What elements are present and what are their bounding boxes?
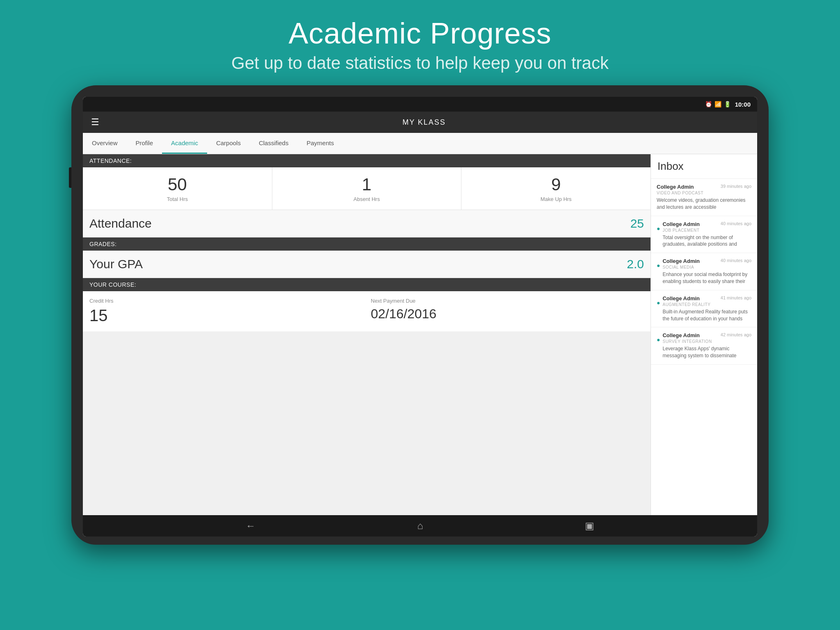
inbox-category-4: SURVEY INTEGRATION	[662, 339, 751, 344]
page-subtitle: Get up to date statistics to help keep y…	[231, 53, 609, 73]
alarm-icon: ⏰	[705, 101, 712, 107]
attendance-score-row: Attendance 25	[83, 210, 651, 237]
app-bar: ☰ MY KLASS	[83, 112, 757, 133]
gpa-value: 2.0	[627, 257, 644, 271]
grades-section-header: GRADES:	[83, 237, 651, 251]
course-grid: Credit Hrs 15 Next Payment Due 02/16/201…	[89, 298, 644, 325]
inbox-item-header-0: College Admin 39 minutes ago	[657, 184, 751, 190]
inbox-sender-4: College Admin	[662, 332, 700, 338]
inbox-time-1: 40 minutes ago	[721, 221, 751, 226]
tab-overview[interactable]: Overview	[83, 133, 127, 154]
inbox-sender-0: College Admin	[657, 184, 694, 190]
makeup-hrs-cell: 9 Make Up Hrs	[461, 167, 651, 210]
inbox-category-3: AUGMENTED REALITY	[662, 302, 751, 307]
unread-dot-3: ●	[657, 299, 660, 306]
inbox-item-header-3: College Admin 41 minutes ago	[662, 295, 751, 301]
bottom-nav: ← ⌂ ▣	[83, 515, 757, 536]
inbox-item-header-4: College Admin 42 minutes ago	[662, 332, 751, 338]
inbox-item-content-2: College Admin 40 minutes ago SOCIAL MEDI…	[662, 258, 751, 285]
inbox-sender-1: College Admin	[662, 221, 700, 227]
inbox-preview-0: Welcome videos, graduation ceremonies an…	[657, 197, 751, 211]
course-section: Credit Hrs 15 Next Payment Due 02/16/201…	[83, 291, 651, 331]
attendance-label: Attendance	[89, 217, 152, 231]
battery-icon: 🔋	[724, 101, 731, 107]
inbox-preview-3: Built-in Augmented Reality feature puts …	[662, 308, 751, 322]
inbox-sender-3: College Admin	[662, 295, 700, 301]
inbox-title: Inbox	[651, 154, 757, 179]
tab-carpools[interactable]: Carpools	[207, 133, 250, 154]
inbox-time-3: 41 minutes ago	[721, 295, 751, 300]
inbox-category-0: VIDEO AND PODCAST	[657, 191, 751, 195]
inbox-category-2: SOCIAL MEDIA	[662, 265, 751, 269]
total-hrs-label: Total Hrs	[87, 196, 268, 202]
inbox-item-row-2: ● College Admin 40 minutes ago SOCIAL ME…	[657, 258, 751, 285]
menu-icon[interactable]: ☰	[91, 117, 99, 128]
inbox-sender-2: College Admin	[662, 258, 700, 264]
next-payment-value: 02/16/2016	[371, 306, 436, 321]
inbox-item-header-2: College Admin 40 minutes ago	[662, 258, 751, 264]
attendance-value: 25	[630, 217, 644, 231]
makeup-hrs-value: 9	[466, 175, 646, 194]
credit-hrs-item: Credit Hrs 15	[89, 298, 363, 325]
tab-payments[interactable]: Payments	[297, 133, 343, 154]
course-section-header: YOUR COURSE:	[83, 278, 651, 291]
tab-classifieds[interactable]: Classifieds	[250, 133, 298, 154]
page-header: Academic Progress Get up to date statist…	[231, 0, 609, 85]
inbox-preview-2: Enhance your social media footprint by e…	[662, 271, 751, 285]
unread-dot-2: ●	[657, 262, 660, 269]
inbox-item-2[interactable]: ● College Admin 40 minutes ago SOCIAL ME…	[651, 253, 757, 290]
inbox-item-1[interactable]: ● College Admin 40 minutes ago JOB PLACE…	[651, 216, 757, 253]
recent-button[interactable]: ▣	[585, 520, 594, 532]
inbox-item-4[interactable]: ● College Admin 42 minutes ago SURVEY IN…	[651, 327, 757, 365]
inbox-panel: Inbox College Admin 39 minutes ago VIDEO…	[651, 154, 757, 515]
credit-hrs-value: 15	[89, 306, 108, 324]
inbox-item-row-1: ● College Admin 40 minutes ago JOB PLACE…	[657, 221, 751, 248]
total-hrs-value: 50	[87, 175, 268, 194]
gpa-row: Your GPA 2.0	[83, 251, 651, 278]
next-payment-label: Next Payment Due	[371, 298, 644, 304]
tab-academic[interactable]: Academic	[162, 133, 207, 154]
stats-row: 50 Total Hrs 1 Absent Hrs 9 Make Up Hrs	[83, 167, 651, 210]
unread-dot-1: ●	[657, 225, 660, 232]
attendance-section-header: ATTENDANCE:	[83, 154, 651, 167]
side-button	[69, 167, 71, 188]
inbox-item-3[interactable]: ● College Admin 41 minutes ago AUGMENTED…	[651, 290, 757, 328]
tab-bar: Overview Profile Academic Carpools Class…	[83, 133, 757, 154]
next-payment-item: Next Payment Due 02/16/2016	[371, 298, 644, 325]
absent-hrs-value: 1	[276, 175, 457, 194]
app-title: MY KLASS	[99, 118, 749, 127]
wifi-icon: 📶	[714, 101, 721, 107]
inbox-time-0: 39 minutes ago	[721, 184, 751, 189]
inbox-time-4: 42 minutes ago	[721, 332, 751, 337]
absent-hrs-label: Absent Hrs	[276, 196, 457, 202]
inbox-preview-1: Total oversight on the number of graduat…	[662, 234, 751, 248]
home-button[interactable]: ⌂	[417, 520, 423, 532]
unread-dot-4: ●	[657, 336, 660, 343]
credit-hrs-label: Credit Hrs	[89, 298, 363, 304]
left-panel: ATTENDANCE: 50 Total Hrs 1 Absent Hrs 9 …	[83, 154, 651, 515]
gpa-label: Your GPA	[89, 257, 143, 271]
tablet-screen: ⏰ 📶 🔋 10:00 ☰ MY KLASS Overview Profile …	[83, 97, 757, 536]
inbox-item-header-1: College Admin 40 minutes ago	[662, 221, 751, 227]
inbox-item-content-1: College Admin 40 minutes ago JOB PLACEME…	[662, 221, 751, 248]
status-time: 10:00	[735, 101, 751, 108]
inbox-item-content-4: College Admin 42 minutes ago SURVEY INTE…	[662, 332, 751, 359]
tab-profile[interactable]: Profile	[127, 133, 162, 154]
inbox-item-content-3: College Admin 41 minutes ago AUGMENTED R…	[662, 295, 751, 322]
status-bar: ⏰ 📶 🔋 10:00	[83, 97, 757, 112]
makeup-hrs-label: Make Up Hrs	[466, 196, 646, 202]
absent-hrs-cell: 1 Absent Hrs	[272, 167, 462, 210]
main-content: ATTENDANCE: 50 Total Hrs 1 Absent Hrs 9 …	[83, 154, 757, 515]
page-title: Academic Progress	[231, 16, 609, 50]
inbox-preview-4: Leverage Klass Apps' dynamic messaging s…	[662, 345, 751, 359]
status-icons: ⏰ 📶 🔋 10:00	[705, 101, 751, 108]
total-hrs-cell: 50 Total Hrs	[83, 167, 272, 210]
inbox-item-row-3: ● College Admin 41 minutes ago AUGMENTED…	[657, 295, 751, 322]
inbox-category-1: JOB PLACEMENT	[662, 228, 751, 233]
inbox-time-2: 40 minutes ago	[721, 258, 751, 263]
inbox-list: College Admin 39 minutes ago VIDEO AND P…	[651, 179, 757, 515]
inbox-item-row-4: ● College Admin 42 minutes ago SURVEY IN…	[657, 332, 751, 359]
back-button[interactable]: ←	[246, 520, 256, 532]
tablet-device: ⏰ 📶 🔋 10:00 ☰ MY KLASS Overview Profile …	[71, 85, 769, 545]
inbox-item-0[interactable]: College Admin 39 minutes ago VIDEO AND P…	[651, 179, 757, 216]
